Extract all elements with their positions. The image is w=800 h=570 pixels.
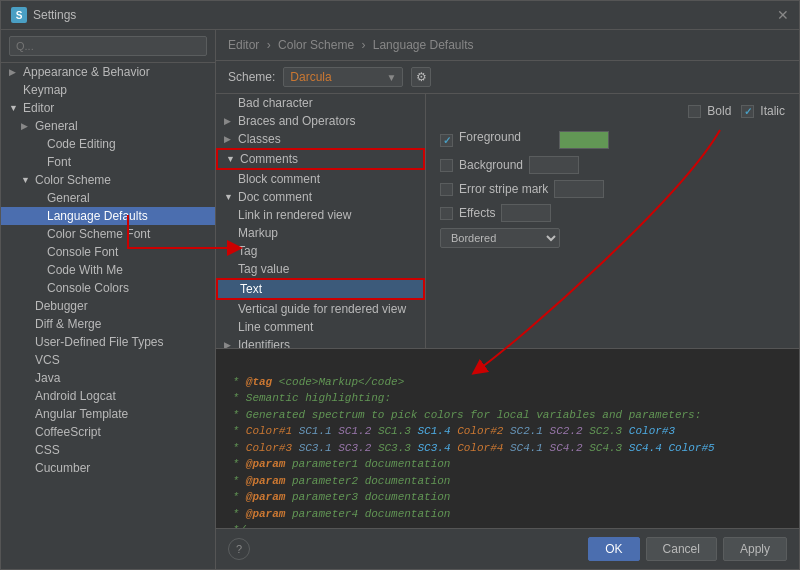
tree-item-comments[interactable]: ▼ Comments [216,148,425,170]
code-preview: * @tag <code>Markup</code> * Semantic hi… [216,348,799,528]
bold-italic-row: Bold Italic [440,104,785,122]
help-button[interactable]: ? [228,538,250,560]
options-panel: Bold Italic Foreground [426,94,799,348]
settings-window: S Settings ✕ ▶ Appearance & Behavior Key… [0,0,800,570]
sidebar-item-diff-merge[interactable]: Diff & Merge [1,315,215,333]
sidebar-item-cs-general[interactable]: General [1,189,215,207]
sidebar-item-language-defaults[interactable]: Language Defaults [1,207,215,225]
cancel-button[interactable]: Cancel [646,537,717,561]
ok-button[interactable]: OK [588,537,639,561]
tree-item-tag-value[interactable]: Tag value [216,260,425,278]
bold-checkbox-row: Bold [688,104,731,118]
tree-item-doc-comment[interactable]: ▼ Doc comment [216,188,425,206]
sidebar-label: Appearance & Behavior [23,65,150,79]
sidebar-item-code-editing[interactable]: Code Editing [1,135,215,153]
apply-button[interactable]: Apply [723,537,787,561]
foreground-checkbox[interactable] [440,134,453,147]
syntax-tree-panel: Bad character ▶ Braces and Operators ▶ C… [216,94,426,348]
effects-color-box[interactable] [501,204,551,222]
item-label: Classes [238,132,281,146]
main-content: ▶ Appearance & Behavior Keymap ▼ Editor … [1,30,799,569]
sidebar-label: Console Font [47,245,118,259]
sidebar-item-coffeescript[interactable]: CoffeeScript [1,423,215,441]
sidebar-label: CSS [35,443,60,457]
foreground-row: Foreground [440,130,785,150]
collapse-arrow: ▶ [21,121,31,131]
sidebar-item-java[interactable]: Java [1,369,215,387]
collapse-arrow: ▶ [9,67,19,77]
error-stripe-checkbox[interactable] [440,183,453,196]
item-label: Braces and Operators [238,114,355,128]
tree-item-tag[interactable]: Tag [216,242,425,260]
sidebar-label: General [47,191,90,205]
sidebar-item-appearance[interactable]: ▶ Appearance & Behavior [1,63,215,81]
tree-item-braces[interactable]: ▶ Braces and Operators [216,112,425,130]
tree-item-bad-char[interactable]: Bad character [216,94,425,112]
tree-item-link-rendered[interactable]: Link in rendered view [216,206,425,224]
sidebar-item-general[interactable]: ▶ General [1,117,215,135]
sidebar-item-user-defined[interactable]: User-Defined File Types [1,333,215,351]
item-label: Comments [240,152,298,166]
sidebar-item-console-font[interactable]: Console Font [1,243,215,261]
collapse-arrow: ▼ [9,103,19,113]
effects-dropdown-row: Bordered [440,228,785,248]
tree-item-block-comment[interactable]: Block comment [216,170,425,188]
tree-item-classes[interactable]: ▶ Classes [216,130,425,148]
foreground-color-box[interactable] [559,131,609,149]
item-label: Line comment [238,320,313,334]
sidebar-item-debugger[interactable]: Debugger [1,297,215,315]
effects-dropdown[interactable]: Bordered [440,228,560,248]
code-content: * @tag <code>Markup</code> * Semantic hi… [216,349,799,528]
sidebar-label: CoffeeScript [35,425,101,439]
background-color-box[interactable] [529,156,579,174]
error-stripe-color-box[interactable] [554,180,604,198]
sidebar-item-console-colors[interactable]: Console Colors [1,279,215,297]
foreground-label: Foreground [453,130,553,144]
dropdown-arrow-icon: ▼ [386,72,396,83]
gear-button[interactable]: ⚙ [411,67,431,87]
background-checkbox[interactable] [440,159,453,172]
sidebar-label: User-Defined File Types [35,335,164,349]
tree-item-markup[interactable]: Markup [216,224,425,242]
close-button[interactable]: ✕ [777,7,789,23]
right-panel: Editor › Color Scheme › Language Default… [216,30,799,569]
item-label: Bad character [238,96,313,110]
sidebar-item-cs-font[interactable]: Color Scheme Font [1,225,215,243]
expand-icon: ▶ [224,116,234,126]
search-input[interactable] [9,36,207,56]
sidebar-label: Console Colors [47,281,129,295]
sidebar-item-android-logcat[interactable]: Android Logcat [1,387,215,405]
sidebar-item-editor[interactable]: ▼ Editor [1,99,215,117]
sidebar-label: Android Logcat [35,389,116,403]
sidebar-item-css[interactable]: CSS [1,441,215,459]
expand-icon: ▶ [224,134,234,144]
tree-item-identifiers[interactable]: ▶ Identifiers [216,336,425,348]
item-label: Tag value [238,262,289,276]
sidebar-label: General [35,119,78,133]
sidebar-item-vcs[interactable]: VCS [1,351,215,369]
title-bar: S Settings ✕ [1,1,799,30]
tree-item-text[interactable]: Text [216,278,425,300]
effects-checkbox[interactable] [440,207,453,220]
background-row: Background [440,156,785,174]
background-label: Background [453,158,523,172]
sidebar-item-code-with-me[interactable]: Code With Me [1,261,215,279]
italic-checkbox[interactable] [741,105,754,118]
tree-item-line-comment[interactable]: Line comment [216,318,425,336]
breadcrumb: Editor › Color Scheme › Language Default… [216,30,799,61]
sidebar-item-keymap[interactable]: Keymap [1,81,215,99]
bold-checkbox[interactable] [688,105,701,118]
item-label: Identifiers [238,338,290,348]
expand-icon: ▼ [226,154,236,164]
sidebar-item-angular[interactable]: Angular Template [1,405,215,423]
tree-item-vertical-guide[interactable]: Vertical guide for rendered view [216,300,425,318]
sidebar-item-font[interactable]: Font [1,153,215,171]
title-bar-left: S Settings [11,7,76,23]
sidebar-label: Java [35,371,60,385]
scheme-dropdown[interactable]: Darcula ▼ [283,67,403,87]
italic-checkbox-row: Italic [741,104,785,118]
sidebar-item-color-scheme[interactable]: ▼ Color Scheme [1,171,215,189]
item-label: Tag [238,244,257,258]
sidebar-item-cucumber[interactable]: Cucumber [1,459,215,477]
expand-icon: ▼ [224,192,234,202]
